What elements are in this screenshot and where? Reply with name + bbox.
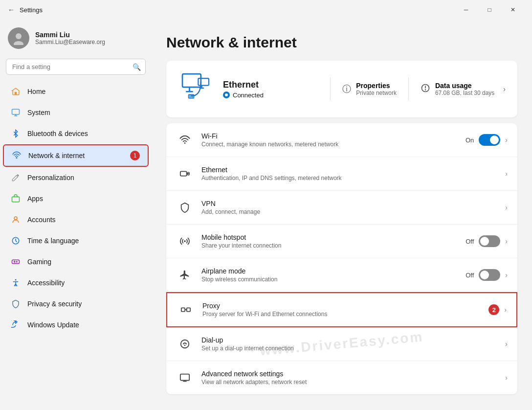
properties-sub: Private network [356, 90, 397, 96]
main-content: Network & internet [152, 20, 532, 410]
system-icon [11, 108, 21, 117]
vpn-chevron: › [505, 204, 508, 211]
sidebar-item-time[interactable]: Time & language [3, 230, 149, 251]
wifi-chevron: › [505, 136, 508, 144]
svg-point-30 [184, 344, 186, 346]
user-section: Sammi Liu Sammi.Liu@Easeware.org [0, 20, 152, 59]
vpn-right: › [505, 204, 508, 211]
settings-row-ethernet[interactable]: Ethernet Authentication, IP and DNS sett… [166, 157, 517, 191]
airplane-chevron: › [505, 271, 508, 279]
dialup-text: Dial-up Set up a dial-up internet connec… [201, 336, 505, 352]
dialup-title: Dial-up [201, 336, 505, 344]
svg-point-1 [14, 41, 23, 45]
sidebar-item-bluetooth-label: Bluetooth & devices [27, 130, 88, 137]
dialup-chevron: › [505, 340, 508, 348]
ethernet-hero-info: Ethernet Connected [223, 80, 318, 99]
wifi-toggle[interactable] [479, 134, 500, 146]
gaming-icon [11, 257, 21, 267]
back-icon[interactable]: ← [8, 6, 15, 14]
svg-rect-27 [187, 308, 190, 311]
sidebar-item-update[interactable]: Windows Update [3, 315, 149, 335]
connected-status-dot [223, 91, 230, 98]
data-usage-text: Data usage 67.08 GB, last 30 days [435, 82, 494, 96]
sidebar-item-update-label: Windows Update [27, 321, 79, 329]
airplane-toggle[interactable] [479, 269, 500, 281]
sidebar-item-accounts[interactable]: Accounts [3, 209, 149, 230]
ethernet-hero-icon [178, 70, 213, 108]
properties-action[interactable]: ⓘ Properties Private network [342, 82, 397, 96]
close-button[interactable]: ✕ [502, 2, 524, 18]
vpn-subtitle: Add, connect, manage [201, 208, 505, 215]
settings-row-hotspot[interactable]: Mobile hotspot Share your internet conne… [166, 225, 517, 258]
advanced-icon [176, 369, 194, 387]
sidebar-item-bluetooth[interactable]: Bluetooth & devices [3, 123, 149, 144]
hotspot-icon [176, 232, 194, 250]
sidebar-item-system-label: System [27, 109, 50, 116]
ethernet-hero-status: Connected [223, 91, 318, 99]
svg-rect-3 [12, 109, 20, 114]
settings-row-proxy[interactable]: Proxy Proxy server for Wi-Fi and Etherne… [166, 292, 517, 327]
minimize-button[interactable]: ─ [455, 2, 477, 18]
proxy-text: Proxy Proxy server for Wi-Fi and Etherne… [202, 302, 488, 318]
settings-row-dialup[interactable]: Dial-up Set up a dial-up internet connec… [166, 327, 517, 361]
svg-point-9 [15, 279, 17, 281]
airplane-icon [176, 266, 194, 284]
advanced-subtitle: View all network adapters, network reset [201, 379, 505, 386]
wifi-toggle-label: On [466, 137, 474, 144]
ethernet-row-right: › [505, 170, 508, 178]
settings-row-advanced[interactable]: Advanced network settings View all netwo… [166, 361, 517, 394]
settings-row-wifi[interactable]: Wi-Fi Connect, manage known networks, me… [166, 123, 517, 157]
ethernet-hero[interactable]: Ethernet Connected ⓘ Properties Private … [166, 61, 517, 117]
hotspot-title: Mobile hotspot [201, 233, 466, 241]
svg-rect-2 [15, 92, 17, 95]
nav-list: Home System Bluetooth & devices [0, 81, 152, 336]
sidebar-item-personalization[interactable]: Personalization [3, 167, 149, 188]
airplane-toggle-label: Off [466, 272, 474, 279]
accounts-icon [11, 215, 21, 225]
settings-row-airplane[interactable]: Airplane mode Stop wireless communicatio… [166, 258, 517, 292]
data-usage-action[interactable]: Data usage 67.08 GB, last 30 days › [421, 82, 506, 96]
hotspot-chevron: › [505, 237, 508, 245]
settings-row-vpn[interactable]: VPN Add, connect, manage › [166, 191, 517, 225]
svg-rect-5 [12, 197, 20, 202]
hotspot-toggle[interactable] [479, 235, 500, 247]
airplane-subtitle: Stop wireless communication [201, 276, 466, 283]
sidebar-item-accessibility[interactable]: Accessibility [3, 273, 149, 293]
user-name: Sammi Liu [35, 31, 105, 39]
ethernet-row-subtitle: Authentication, IP and DNS settings, met… [201, 175, 505, 182]
sidebar-item-accounts-label: Accounts [27, 216, 56, 224]
settings-list: Wi-Fi Connect, manage known networks, me… [166, 123, 517, 394]
hero-divider-1 [330, 77, 331, 101]
svg-point-21 [184, 142, 186, 144]
ethernet-row-text: Ethernet Authentication, IP and DNS sett… [201, 166, 505, 182]
sidebar-item-gaming[interactable]: Gaming [3, 251, 149, 272]
hero-divider-2 [408, 77, 409, 101]
title-bar-left: ← Settings [8, 6, 43, 14]
wifi-right: On › [466, 134, 508, 146]
sidebar-item-system[interactable]: System [3, 102, 149, 123]
bluetooth-icon [11, 129, 21, 138]
sidebar-item-privacy-label: Privacy & security [27, 300, 82, 308]
user-email: Sammi.Liu@Easeware.org [35, 39, 105, 46]
svg-point-6 [14, 217, 17, 220]
privacy-icon [11, 299, 21, 309]
sidebar-item-privacy[interactable]: Privacy & security [3, 294, 149, 314]
dialup-subtitle: Set up a dial-up internet connection [201, 345, 505, 352]
window-title: Settings [20, 6, 43, 14]
sidebar-item-network[interactable]: Network & internet 1 [3, 144, 149, 167]
page-title: Network & internet [166, 34, 517, 51]
accessibility-icon [11, 278, 21, 288]
sidebar-item-apps[interactable]: Apps [3, 188, 149, 209]
sidebar-item-home[interactable]: Home [3, 81, 149, 102]
user-info: Sammi Liu Sammi.Liu@Easeware.org [35, 31, 105, 46]
ethernet-hero-name: Ethernet [223, 80, 318, 90]
time-icon [11, 236, 21, 246]
maximize-button[interactable]: □ [478, 2, 501, 18]
sidebar-item-gaming-label: Gaming [27, 258, 51, 266]
search-input[interactable] [6, 59, 146, 75]
sidebar-item-apps-label: Apps [27, 195, 43, 203]
sidebar-item-accessibility-label: Accessibility [27, 279, 65, 287]
vpn-icon [176, 199, 194, 216]
title-bar: ← Settings ─ □ ✕ [0, 0, 532, 20]
dialup-icon [176, 335, 194, 353]
